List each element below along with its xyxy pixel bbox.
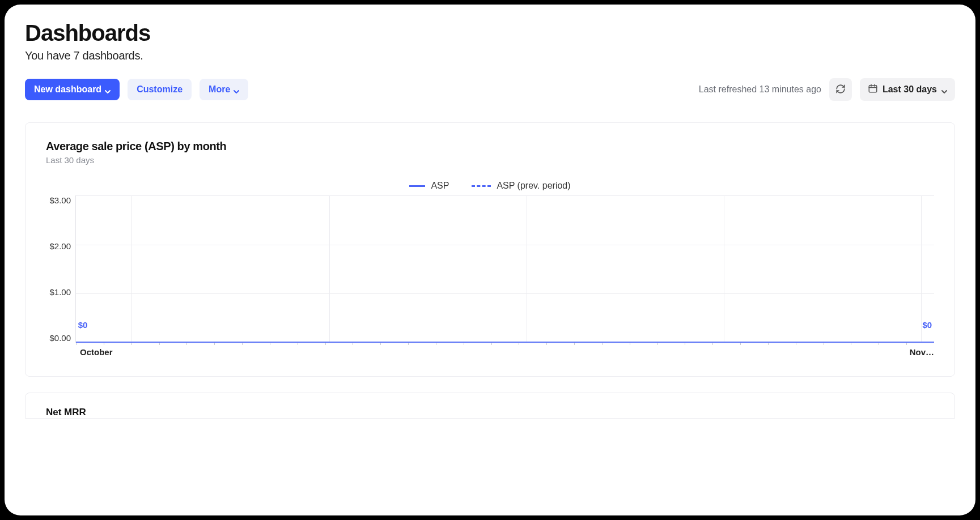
chart-legend: ASP ASP (prev. period) xyxy=(46,181,934,191)
calendar-icon xyxy=(868,83,878,96)
y-tick: $0.00 xyxy=(49,333,71,343)
card-net-mrr-title: Net MRR xyxy=(46,407,934,418)
chart-area: $3.00 $2.00 $1.00 $0.00 $0 $0 xyxy=(46,195,934,343)
y-tick: $2.00 xyxy=(49,241,71,251)
customize-label: Customize xyxy=(137,84,183,95)
refresh-button[interactable] xyxy=(829,78,852,101)
svg-rect-0 xyxy=(869,86,877,92)
refresh-icon xyxy=(835,84,846,96)
toolbar: New dashboard Customize More Last refres… xyxy=(25,78,955,101)
x-axis: October Nov… xyxy=(80,347,934,357)
y-tick: $3.00 xyxy=(49,195,71,205)
series-line-asp xyxy=(76,342,934,343)
x-tick-end: Nov… xyxy=(910,347,934,357)
y-axis: $3.00 $2.00 $1.00 $0.00 xyxy=(46,195,75,343)
card-net-mrr: Net MRR xyxy=(25,393,955,419)
legend-prev-label: ASP (prev. period) xyxy=(497,181,570,191)
more-button[interactable]: More xyxy=(200,79,248,100)
date-range-label: Last 30 days xyxy=(883,84,937,95)
x-tick-start: October xyxy=(80,347,113,357)
y-tick: $1.00 xyxy=(49,287,71,297)
chevron-down-icon xyxy=(941,87,947,92)
card-asp: Average sale price (ASP) by month Last 3… xyxy=(25,122,955,377)
customize-button[interactable]: Customize xyxy=(128,79,192,100)
legend-asp-label: ASP xyxy=(431,181,449,191)
new-dashboard-label: New dashboard xyxy=(34,84,101,95)
card-asp-subtitle: Last 30 days xyxy=(46,155,934,165)
legend-item-asp[interactable]: ASP xyxy=(409,181,449,191)
legend-swatch-solid xyxy=(409,185,425,187)
page-subtitle: You have 7 dashboards. xyxy=(25,49,955,62)
data-point-label-end: $0 xyxy=(923,320,932,330)
date-range-button[interactable]: Last 30 days xyxy=(860,78,955,101)
chevron-down-icon xyxy=(234,87,239,92)
page-title: Dashboards xyxy=(25,20,955,46)
last-refreshed-text: Last refreshed 13 minutes ago xyxy=(699,84,821,95)
app-window: Dashboards You have 7 dashboards. New da… xyxy=(5,5,975,515)
card-asp-title: Average sale price (ASP) by month xyxy=(46,140,934,153)
more-label: More xyxy=(209,84,230,95)
plot-area[interactable]: $0 $0 xyxy=(75,195,934,343)
new-dashboard-button[interactable]: New dashboard xyxy=(25,79,120,100)
chevron-down-icon xyxy=(105,87,111,92)
legend-item-asp-prev[interactable]: ASP (prev. period) xyxy=(472,181,570,191)
data-point-label-start: $0 xyxy=(78,320,88,330)
legend-swatch-dashed xyxy=(472,185,491,187)
